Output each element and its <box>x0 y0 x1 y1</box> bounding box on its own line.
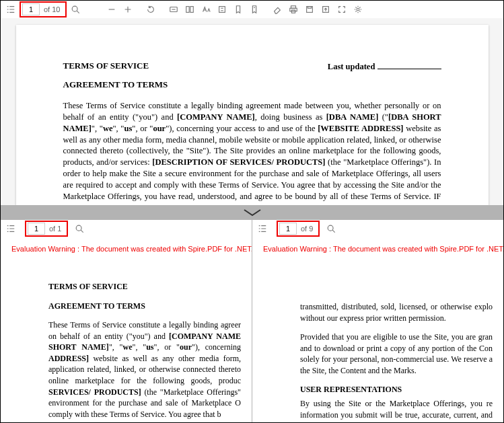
doc-paragraph: transmitted, distributed, sold, licensed… <box>300 301 493 323</box>
svg-point-12 <box>77 225 82 231</box>
search-icon[interactable] <box>324 221 338 236</box>
save-icon[interactable] <box>302 2 317 17</box>
right-viewer: of 9 Evaluation Warning : The document w… <box>252 220 503 423</box>
right-toolbar: of 9 <box>252 220 503 237</box>
page-number-input[interactable] <box>22 3 40 15</box>
doc-paragraph: Provided that you are eligible to use th… <box>300 332 493 376</box>
two-page-icon[interactable] <box>182 2 197 17</box>
page-number-input[interactable] <box>28 223 45 235</box>
fit-width-icon[interactable] <box>166 2 181 17</box>
svg-point-13 <box>328 225 334 231</box>
left-viewer: of 1 Evaluation Warning : The document w… <box>1 220 252 423</box>
top-toolbar: of 10 <box>1 1 503 18</box>
page-nav-highlight: of 10 <box>20 1 67 17</box>
print-icon[interactable] <box>286 2 301 17</box>
eraser-icon[interactable] <box>270 2 285 17</box>
pane-divider[interactable] <box>1 205 503 220</box>
evaluation-warning: Evaluation Warning : The document was cr… <box>263 244 493 254</box>
svg-point-11 <box>357 8 360 11</box>
evaluation-warning: Evaluation Warning : The document was cr… <box>11 244 241 254</box>
text-select-icon[interactable] <box>215 2 229 17</box>
top-document-area[interactable]: TERMS OF SERVICE Last updated AGREEMENT … <box>1 18 503 205</box>
settings-icon[interactable] <box>351 2 365 17</box>
chevron-down-icon <box>240 207 264 218</box>
doc-paragraph: These Terms of Service constitute a lega… <box>48 319 241 420</box>
left-document-area[interactable]: Evaluation Warning : The document was cr… <box>1 237 252 423</box>
page-nav-highlight: of 1 <box>25 221 68 237</box>
search-icon[interactable] <box>72 221 87 236</box>
zoom-out-icon[interactable] <box>104 2 119 17</box>
svg-point-0 <box>73 6 78 11</box>
zoom-in-icon[interactable] <box>120 2 135 17</box>
search-icon[interactable] <box>68 2 83 17</box>
doc-heading-1: TERMS OF SERVICE <box>48 281 241 293</box>
doc-heading-2: AGREEMENT TO TERMS <box>63 79 441 91</box>
svg-rect-9 <box>308 7 312 9</box>
doc-paragraph: By using the Site or the Marketplace Off… <box>300 398 493 423</box>
page-count-label: of 10 <box>40 5 64 13</box>
doc-heading-2: AGREEMENT TO TERMS <box>48 301 241 312</box>
page-count-label: of 1 <box>45 225 65 233</box>
page-count-label: of 9 <box>297 225 317 233</box>
top-viewer: of 10 TERMS OF SERVICE Last updated AGRE… <box>1 1 503 205</box>
svg-rect-3 <box>190 7 193 13</box>
page-nav-highlight: of 9 <box>277 221 320 237</box>
fullscreen-icon[interactable] <box>334 2 349 17</box>
left-toolbar: of 1 <box>1 220 252 237</box>
rotate-icon[interactable] <box>143 2 158 17</box>
svg-rect-4 <box>219 7 225 13</box>
bookmark-icon[interactable] <box>231 2 246 17</box>
text-size-icon[interactable] <box>199 2 213 17</box>
bottom-wrap: of 1 Evaluation Warning : The document w… <box>1 220 503 423</box>
outline-icon[interactable] <box>255 221 270 236</box>
svg-rect-2 <box>186 7 189 13</box>
bookmark-alt-icon[interactable] <box>247 2 262 17</box>
outline-icon[interactable] <box>3 221 18 236</box>
pdf-page: TERMS OF SERVICE Last updated AGREEMENT … <box>16 25 489 205</box>
doc-paragraph: These Terms of Service constitute a lega… <box>63 100 441 205</box>
right-document-area[interactable]: Evaluation Warning : The document was cr… <box>252 237 503 423</box>
doc-heading-3: USER REPRESENTATIONS <box>300 384 493 395</box>
outline-icon[interactable] <box>3 2 18 17</box>
page-number-input[interactable] <box>279 223 297 235</box>
open-icon[interactable] <box>318 2 333 17</box>
